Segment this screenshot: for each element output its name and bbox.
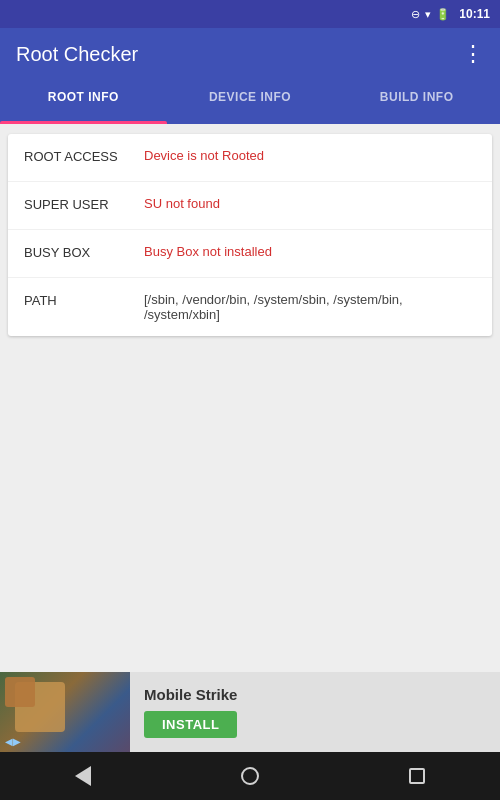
main-content: ROOT ACCESS Device is not Rooted SUPER U… <box>0 124 500 346</box>
app-title: Root Checker <box>16 43 138 66</box>
ad-arrows-icon: ◀▶ <box>5 736 21 747</box>
tab-device-info[interactable]: DEVICE INFO <box>167 80 334 124</box>
status-time: 10:11 <box>459 7 490 21</box>
wifi-icon: ▾ <box>425 8 431 21</box>
recents-icon <box>409 768 425 784</box>
ad-content: Mobile Strike INSTALL <box>130 676 500 748</box>
home-icon <box>241 767 259 785</box>
super-user-row: SUPER USER SU not found <box>8 182 492 230</box>
super-user-value: SU not found <box>144 196 476 211</box>
minus-icon: ⊖ <box>411 8 420 21</box>
busy-box-row: BUSY BOX Busy Box not installed <box>8 230 492 278</box>
busy-box-value: Busy Box not installed <box>144 244 476 259</box>
ad-image-inner <box>5 677 35 707</box>
ad-title: Mobile Strike <box>144 686 486 703</box>
root-access-row: ROOT ACCESS Device is not Rooted <box>8 134 492 182</box>
tab-build-info[interactable]: BUILD INFO <box>333 80 500 124</box>
back-icon <box>75 766 91 786</box>
path-row: PATH [/sbin, /vendor/bin, /system/sbin, … <box>8 278 492 336</box>
tabs-bar: ROOT INFO DEVICE INFO BUILD INFO <box>0 80 500 124</box>
busy-box-label: BUSY BOX <box>24 244 144 260</box>
nav-home-button[interactable] <box>225 752 275 800</box>
tab-root-info[interactable]: ROOT INFO <box>0 80 167 124</box>
ad-image: ◀▶ <box>0 672 130 752</box>
app-bar: Root Checker ⋮ <box>0 28 500 80</box>
nav-recents-button[interactable] <box>392 752 442 800</box>
overflow-menu-icon[interactable]: ⋮ <box>462 43 484 65</box>
root-access-value: Device is not Rooted <box>144 148 476 163</box>
ad-banner: ◀▶ Mobile Strike INSTALL <box>0 672 500 752</box>
ad-install-button[interactable]: INSTALL <box>144 711 237 738</box>
battery-icon: 🔋 <box>436 8 450 21</box>
path-label: PATH <box>24 292 144 308</box>
status-icons: ⊖ ▾ 🔋 10:11 <box>411 7 490 21</box>
super-user-label: SUPER USER <box>24 196 144 212</box>
nav-bar <box>0 752 500 800</box>
root-info-card: ROOT ACCESS Device is not Rooted SUPER U… <box>8 134 492 336</box>
path-value: [/sbin, /vendor/bin, /system/sbin, /syst… <box>144 292 476 322</box>
nav-back-button[interactable] <box>58 752 108 800</box>
status-bar: ⊖ ▾ 🔋 10:11 <box>0 0 500 28</box>
root-access-label: ROOT ACCESS <box>24 148 144 164</box>
